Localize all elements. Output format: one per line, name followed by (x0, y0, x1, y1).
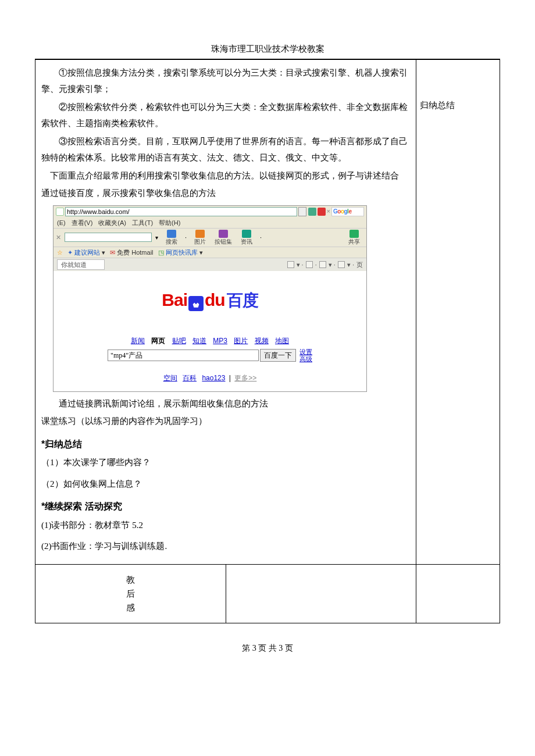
advanced-link[interactable]: 高级 (299, 355, 312, 362)
favorites-star-icon[interactable]: ☆ (57, 248, 63, 256)
favorites-bar: ☆ ✦ 建议网站 ▾ ✉ 免费 Hotmail ◳ 网页快讯库 ▾ (54, 247, 366, 258)
webslice-link[interactable]: ◳ 网页快讯库 ▾ (158, 248, 203, 256)
toolbar: ✕ ▾ 搜索 · 图片 按钮集 资讯 · 共享 (54, 228, 366, 247)
toolbar-news-button[interactable]: 资讯 (237, 230, 256, 245)
google-logo-icon: Google (333, 208, 351, 215)
url-input[interactable] (65, 207, 297, 216)
baidu-logo: Bai du 百度 (162, 288, 258, 311)
nav-tieba[interactable]: 贴吧 (172, 337, 186, 345)
address-bar (56, 207, 306, 216)
link-kongjian[interactable]: 空间 (163, 374, 177, 382)
feed-icon[interactable] (306, 261, 313, 268)
label-hou: 后 (39, 587, 222, 601)
page-icon (56, 208, 64, 216)
left-label-cell: 教 后 感 (35, 564, 226, 623)
separator-icon: × (327, 207, 330, 215)
stop-icon[interactable] (318, 208, 326, 216)
menu-help[interactable]: 帮助(H) (159, 219, 180, 227)
link-sep: | (229, 374, 231, 382)
tab-baidu[interactable]: 你就知道 (57, 259, 105, 270)
page-content: Bai du 百度 新闻 网页 贴吧 知道 MP3 图片 视频 地图 (54, 271, 366, 391)
link-baike[interactable]: 百科 (183, 374, 197, 382)
content-cell: ①按照信息搜集方法分类，搜索引擎系统可以分为三大类：目录式搜索引擎、机器人搜索引… (35, 59, 416, 564)
page-menu[interactable]: 页 (356, 261, 363, 269)
nav-map[interactable]: 地图 (275, 337, 289, 345)
summary-q2: （2）如何收集网上信息？ (41, 476, 410, 493)
paragraph-2: ②按照检索软件分类，检索软件也可以分为三大类：全文数据库检索软件、非全文数据库检… (41, 99, 410, 132)
menu-file[interactable]: (E) (57, 219, 66, 227)
page-footer: 第 3 页 共 3 页 (35, 641, 500, 657)
explore-a1: (1)读书部分：教材章节 5.2 (41, 517, 410, 534)
paragraph-4: 下面重点介绍最常用的利用搜索引擎收集信息的方法。以链接网页的形式，例子与讲述结合 (41, 167, 410, 184)
paragraph-3: ③按照检索语言分类。目前，互联网几乎使用了世界所有的语言。每一种语言都形成了自己… (41, 133, 410, 166)
paragraph-5: 通过链接百度，展示搜索引擎收集信息的方法 (41, 185, 410, 202)
tab-bar: 你就知道 ▾ · · ▾ · ▾ · 页 (54, 258, 366, 271)
note-cell: 归纳总结 (416, 59, 500, 564)
mail-icon[interactable] (319, 261, 326, 268)
baidu-search-button[interactable]: 百度一下 (260, 349, 296, 362)
baidu-search-input[interactable] (108, 350, 259, 361)
browser-menubar: (E) 查看(V) 收藏夹(A) 工具(T) 帮助(H) (54, 217, 366, 228)
paragraph-1: ①按照信息搜集方法分类，搜索引擎系统可以分为三大类：目录式搜索引擎、机器人搜索引… (41, 65, 410, 98)
toolbar-pictures-button[interactable]: 图片 (190, 230, 210, 245)
nav-news[interactable]: 新闻 (131, 337, 145, 345)
print-icon[interactable] (338, 261, 345, 268)
menu-favorites[interactable]: 收藏夹(A) (98, 219, 126, 227)
reflection-note-cell (416, 564, 500, 623)
link-more[interactable]: 更多>> (234, 374, 256, 382)
note-summary-label: 归纳总结 (420, 97, 496, 114)
toolbar-search-button[interactable]: 搜索 (162, 230, 181, 245)
reflection-cell (226, 564, 416, 623)
refresh-icon[interactable] (308, 208, 316, 216)
lesson-table: ①按照信息搜集方法分类，搜索引擎系统可以分为三大类：目录式搜索引擎、机器人搜索引… (35, 59, 500, 623)
toolbar-dropdown-icon[interactable]: ▾ (155, 234, 158, 241)
toolbar-sep2: · (260, 233, 262, 241)
hotmail-link[interactable]: ✉ 免费 Hotmail (110, 248, 153, 256)
toolbar-share-button[interactable]: 共享 (344, 230, 364, 245)
heading-explore: *继续探索 活动探究 (41, 498, 410, 515)
nav-web[interactable]: 网页 (151, 337, 165, 345)
toolbar-buttons-button[interactable]: 按钮集 (213, 230, 233, 245)
link-hao123[interactable]: hao123 (202, 374, 225, 382)
nav-zhidao[interactable]: 知道 (192, 337, 206, 345)
toolbar-search-input[interactable] (65, 233, 152, 242)
explore-a2: (2)书面作业：学习与训练训练题. (41, 538, 410, 555)
settings-link[interactable]: 设置 (299, 348, 312, 355)
baidu-paw-icon (188, 296, 204, 311)
paragraph-6: 通过链接腾讯新闻讨论组，展示新闻组收集信息的方法 (41, 395, 410, 412)
nav-image[interactable]: 图片 (234, 337, 248, 345)
menu-view[interactable]: 查看(V) (72, 219, 93, 227)
label-jiao: 教 (39, 573, 222, 587)
baidu-nav: 新闻 网页 贴吧 知道 MP3 图片 视频 地图 (59, 337, 361, 346)
toolbar-x-icon[interactable]: ✕ (56, 233, 61, 241)
nav-mp3[interactable]: MP3 (213, 337, 227, 345)
suggested-sites-link[interactable]: ✦ 建议网站 ▾ (67, 248, 105, 256)
browser-screenshot: × Google (E) 查看(V) 收藏夹(A) 工具(T) 帮助(H) ✕ (53, 205, 367, 392)
baidu-bottom-links: 空间 百科 hao123 | 更多>> (59, 374, 361, 383)
google-search-box[interactable]: Google (331, 207, 364, 216)
heading-summary: *归纳总结 (41, 436, 410, 453)
menu-tools[interactable]: 工具(T) (132, 219, 153, 227)
nav-video[interactable]: 视频 (255, 337, 269, 345)
summary-q1: （1）本次课学了哪些内容？ (41, 454, 410, 471)
page-header: 珠海市理工职业技术学校教案 (35, 41, 500, 59)
toolbar-sep: · (185, 233, 187, 241)
home-icon[interactable] (287, 261, 294, 268)
paragraph-7: 课堂练习（以练习册的内容作为巩固学习） (41, 413, 410, 430)
label-gan: 感 (39, 601, 222, 615)
url-dropdown-icon[interactable] (298, 207, 306, 216)
